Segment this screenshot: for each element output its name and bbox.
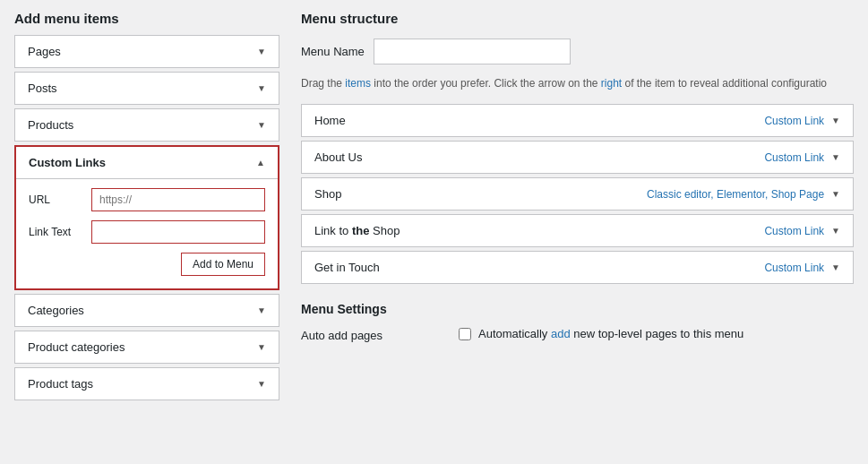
menu-item-get-in-touch-type: Custom Link — [764, 262, 824, 274]
menu-item-home-label: Home — [314, 114, 346, 127]
accordion-custom-links-label: Custom Links — [29, 156, 106, 169]
link-text-field-row: Link Text — [29, 220, 265, 244]
menu-item-link-to-shop-right: Custom Link ▼ — [764, 225, 840, 237]
menu-item-link-to-shop-type: Custom Link — [764, 225, 824, 237]
url-label: URL — [29, 193, 84, 206]
accordion-product-categories-label: Product categories — [28, 340, 125, 354]
accordion-product-categories-header[interactable]: Product categories ▼ — [15, 331, 279, 363]
chevron-down-icon: ▼ — [257, 83, 266, 93]
menu-item-link-to-shop[interactable]: Link to the Shop Custom Link ▼ — [301, 214, 854, 247]
menu-item-shop-label: Shop — [314, 187, 341, 201]
menu-name-input[interactable]: My Menu — [374, 39, 571, 64]
accordion-pages-header[interactable]: Pages ▼ — [15, 36, 279, 67]
chevron-down-icon: ▼ — [257, 379, 266, 389]
menu-item-about-us-expand[interactable]: ▼ — [831, 152, 840, 162]
menu-items-list: Home Custom Link ▼ About Us Custom Link … — [301, 104, 854, 284]
menu-settings-heading: Menu Settings — [301, 302, 854, 316]
menu-structure-heading: Menu structure — [301, 11, 854, 26]
auto-add-pages-value: Automatically add new top-level pages to… — [459, 327, 743, 340]
menu-item-home-type: Custom Link — [764, 115, 824, 127]
custom-links-body: URL Link Text Add to Menu — [16, 178, 278, 288]
accordion-categories[interactable]: Categories ▼ — [14, 294, 279, 327]
link-text-input[interactable] — [91, 220, 265, 244]
menu-name-label: Menu Name — [301, 45, 365, 58]
menu-item-shop-expand[interactable]: ▼ — [831, 189, 840, 199]
accordion-custom-links[interactable]: Custom Links ▲ URL Link Text Add to Menu — [14, 145, 279, 290]
url-field-row: URL — [29, 188, 265, 211]
auto-add-pages-checkbox[interactable] — [459, 328, 471, 340]
accordion-posts-header[interactable]: Posts ▼ — [15, 73, 279, 104]
accordion-categories-header[interactable]: Categories ▼ — [15, 295, 279, 326]
menu-item-shop-type: Classic editor, Elementor, Shop Page — [647, 188, 824, 201]
chevron-down-icon: ▼ — [257, 120, 266, 130]
auto-add-link: add — [551, 327, 571, 340]
drag-info-right: right — [601, 77, 622, 90]
auto-add-pages-text: Automatically add new top-level pages to… — [478, 327, 743, 340]
menu-item-shop-right: Classic editor, Elementor, Shop Page ▼ — [647, 188, 840, 201]
menu-name-row: Menu Name My Menu — [301, 39, 854, 64]
url-input[interactable] — [91, 188, 265, 211]
menu-item-about-us-right: Custom Link ▼ — [764, 151, 840, 164]
menu-item-get-in-touch-label: Get in Touch — [314, 261, 380, 274]
accordion-categories-label: Categories — [28, 304, 84, 317]
add-to-menu-button[interactable]: Add to Menu — [181, 253, 265, 276]
chevron-up-icon: ▲ — [256, 158, 265, 168]
menu-item-about-us[interactable]: About Us Custom Link ▼ — [301, 141, 854, 174]
accordion-custom-links-header[interactable]: Custom Links ▲ — [16, 147, 278, 178]
accordion-products-header[interactable]: Products ▼ — [15, 109, 279, 141]
menu-item-about-us-type: Custom Link — [764, 151, 824, 164]
auto-add-pages-row: Auto add pages Automatically add new top… — [301, 327, 854, 342]
accordion-product-tags[interactable]: Product tags ▼ — [14, 367, 279, 400]
accordion-product-categories[interactable]: Product categories ▼ — [14, 331, 279, 364]
menu-item-about-us-label: About Us — [314, 150, 362, 164]
menu-item-link-to-shop-expand[interactable]: ▼ — [831, 226, 840, 236]
drag-info-items: items — [345, 77, 371, 90]
menu-item-get-in-touch-right: Custom Link ▼ — [764, 262, 840, 274]
menu-item-link-to-shop-label: Link to the Shop — [314, 224, 400, 237]
add-menu-items-panel: Add menu items Pages ▼ Posts ▼ Products … — [14, 11, 279, 453]
menu-item-home-right: Custom Link ▼ — [764, 115, 840, 127]
drag-info: Drag the items into the order you prefer… — [301, 75, 854, 91]
accordion-products-label: Products — [28, 118, 73, 132]
link-text-label: Link Text — [29, 226, 84, 238]
accordion-posts[interactable]: Posts ▼ — [14, 72, 279, 105]
accordion-pages[interactable]: Pages ▼ — [14, 35, 279, 68]
menu-settings: Menu Settings Auto add pages Automatical… — [301, 302, 854, 342]
chevron-down-icon: ▼ — [257, 47, 266, 56]
chevron-down-icon: ▼ — [257, 305, 266, 315]
left-panel-heading: Add menu items — [14, 11, 279, 26]
menu-item-get-in-touch-expand[interactable]: ▼ — [831, 262, 840, 272]
chevron-down-icon: ▼ — [257, 342, 266, 352]
accordion-posts-label: Posts — [28, 82, 57, 95]
menu-item-get-in-touch[interactable]: Get in Touch Custom Link ▼ — [301, 251, 854, 284]
accordion-product-tags-label: Product tags — [28, 377, 93, 391]
menu-item-home[interactable]: Home Custom Link ▼ — [301, 104, 854, 137]
auto-add-pages-label: Auto add pages — [301, 327, 444, 342]
menu-structure-panel: Menu structure Menu Name My Menu Drag th… — [301, 11, 854, 453]
menu-item-shop[interactable]: Shop Classic editor, Elementor, Shop Pag… — [301, 177, 854, 211]
accordion-products[interactable]: Products ▼ — [14, 108, 279, 142]
accordion-product-tags-header[interactable]: Product tags ▼ — [15, 368, 279, 400]
menu-item-home-expand[interactable]: ▼ — [831, 116, 840, 125]
accordion-pages-label: Pages — [28, 45, 61, 58]
